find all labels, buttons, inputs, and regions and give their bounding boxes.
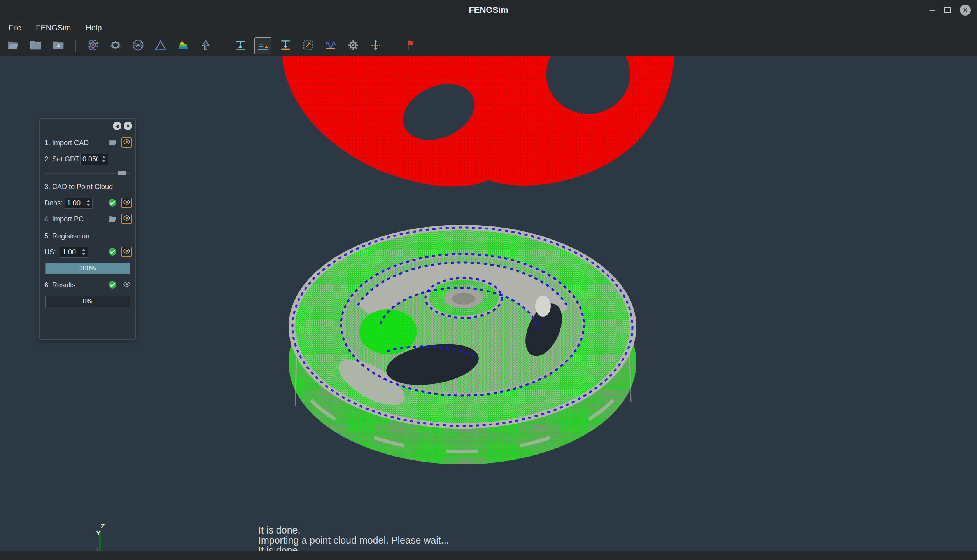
import-pc-visibility-button[interactable]: [121, 214, 132, 224]
gear-orbit-icon: [109, 39, 122, 53]
atom-button[interactable]: [84, 37, 102, 54]
spin-down-icon[interactable]: [102, 160, 106, 162]
density-apply-button[interactable]: [107, 198, 117, 208]
wheel-model: [289, 225, 636, 464]
eye-icon: [123, 247, 130, 256]
results-apply-button[interactable]: [107, 280, 117, 290]
waveform-tool-icon: [324, 39, 337, 53]
datum-axis-button[interactable]: [367, 37, 384, 54]
surface-plot-icon: [177, 39, 189, 53]
mesh-sphere-button[interactable]: [130, 37, 147, 54]
error-marker-button[interactable]: [402, 37, 419, 54]
registration-apply-button[interactable]: [107, 247, 117, 257]
folder-button[interactable]: [27, 37, 44, 54]
registration-visibility-button[interactable]: [121, 247, 132, 257]
console-line: It is done.: [258, 545, 504, 551]
gdt-slider[interactable]: [45, 170, 130, 176]
check-circle-icon: [108, 280, 117, 291]
menu-fengsim[interactable]: FENGSim: [33, 22, 73, 34]
open-folder-icon: [108, 138, 117, 149]
console-log: It is done. Importing a point cloud mode…: [258, 525, 504, 551]
menu-bar: File FENGSim Help: [0, 20, 977, 35]
maximize-button[interactable]: [944, 7, 951, 13]
triangle-mesh-icon: [154, 39, 167, 53]
datum-axis-icon: [369, 39, 382, 53]
row-registration: 5. Registration: [44, 230, 132, 242]
registration-progress-value: 100%: [46, 263, 130, 274]
cursor-arrow-icon: [200, 39, 212, 53]
spin-up-icon[interactable]: [102, 156, 106, 158]
settings-gear-button[interactable]: [345, 37, 362, 54]
minimize-button[interactable]: –: [930, 6, 935, 14]
flatness-tool-icon: [257, 39, 269, 53]
title-bar: FENGSim – ✕: [0, 0, 977, 20]
toolbar-separator: [75, 40, 76, 52]
window-controls: – ✕: [930, 0, 971, 20]
menu-file[interactable]: File: [6, 22, 23, 34]
panel-close-button[interactable]: ✕: [124, 122, 132, 130]
open-folder-icon: [108, 214, 117, 225]
menu-help[interactable]: Help: [83, 22, 104, 34]
triangle-mesh-button[interactable]: [152, 37, 169, 54]
import-cad-folder-button[interactable]: [107, 138, 117, 148]
axis-y-label: Y: [96, 530, 100, 537]
height-measure-button[interactable]: [277, 37, 294, 54]
us-label: US:: [44, 248, 56, 256]
close-button[interactable]: ✕: [960, 5, 971, 16]
import-folder-icon: [52, 39, 65, 53]
workflow-panel: ◀ ✕ 1. Import CAD 2. Set GDT: [39, 118, 136, 340]
axes-gizmo: [88, 521, 142, 551]
waveform-tool-button[interactable]: [322, 37, 339, 54]
level-tool-button[interactable]: [232, 37, 249, 54]
spin-arrows[interactable]: [84, 198, 92, 208]
registration-progress-bar: 100%: [45, 262, 130, 274]
spin-arrows[interactable]: [80, 247, 88, 257]
cursor-arrow-button[interactable]: [197, 37, 214, 54]
density-spinbox[interactable]: [65, 198, 93, 209]
spin-down-icon[interactable]: [86, 204, 90, 206]
spin-arrows[interactable]: [100, 154, 108, 164]
us-value-input[interactable]: [60, 247, 80, 257]
region-select-button[interactable]: [299, 37, 317, 54]
error-marker-icon: [404, 39, 417, 53]
gdt-spinbox[interactable]: [80, 154, 108, 165]
spin-up-icon[interactable]: [82, 249, 86, 251]
import-pc-folder-button[interactable]: [107, 214, 117, 224]
spin-down-icon[interactable]: [82, 253, 86, 255]
viewport-3d[interactable]: It is done. Importing a point cloud mode…: [0, 56, 977, 551]
gear-orbit-button[interactable]: [107, 37, 124, 54]
panel-back-button[interactable]: ◀: [113, 122, 121, 130]
atom-icon: [87, 39, 99, 53]
import-cad-visibility-button[interactable]: [121, 137, 132, 148]
surface-plot-button[interactable]: [175, 37, 192, 54]
check-circle-icon: [108, 247, 117, 258]
row-us: US:: [44, 246, 132, 258]
spin-up-icon[interactable]: [86, 200, 90, 202]
render-scene: [0, 56, 977, 551]
import-pc-label: 4. Import PC: [44, 215, 84, 223]
open-folder-icon: [7, 39, 19, 53]
density-visibility-button[interactable]: [121, 198, 132, 208]
folder-icon: [30, 39, 42, 53]
eye-icon: [123, 138, 130, 147]
tool-bar: [0, 35, 977, 56]
row-density: Dens:: [44, 197, 132, 209]
settings-gear-icon: [347, 39, 359, 53]
row-import-cad: 1. Import CAD: [44, 136, 132, 149]
results-label: 6. Results: [44, 281, 75, 289]
panel-header: ◀ ✕: [113, 122, 132, 130]
results-visibility-button[interactable]: [121, 280, 132, 290]
density-value-input[interactable]: [65, 198, 84, 208]
orientation-axes: Z Y X: [88, 521, 142, 551]
slider-handle[interactable]: [118, 171, 126, 175]
open-folder-button[interactable]: [5, 37, 22, 54]
us-spinbox[interactable]: [60, 247, 88, 258]
slider-groove: [45, 173, 130, 174]
gdt-value-input[interactable]: [81, 154, 100, 164]
density-label: Dens:: [44, 199, 63, 207]
status-bar: [0, 551, 977, 560]
region-select-icon: [302, 39, 314, 53]
import-folder-button[interactable]: [50, 37, 67, 54]
flatness-tool-button[interactable]: [254, 37, 271, 54]
set-gdt-label: 2. Set GDT: [44, 155, 79, 163]
